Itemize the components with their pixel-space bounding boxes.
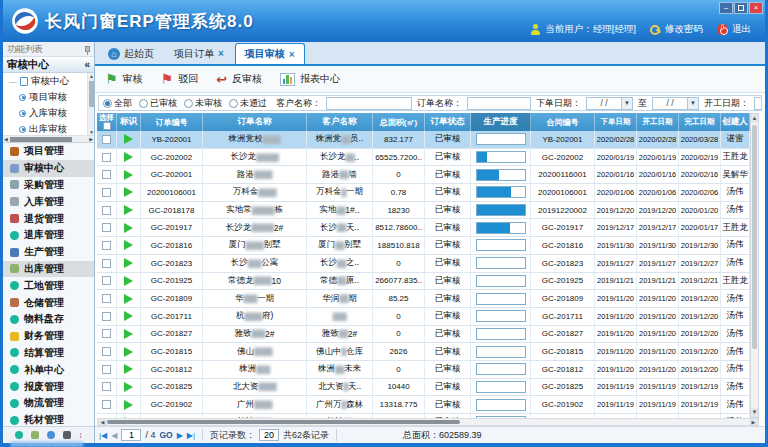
logout-button[interactable]: 退出 (717, 23, 751, 36)
chevron-down-icon[interactable]: ▼ (621, 98, 632, 109)
book-icon[interactable] (63, 431, 71, 439)
collapse-icon[interactable]: « (84, 59, 90, 70)
tree-item[interactable]: 项目审核 (3, 89, 94, 105)
column-header[interactable]: 客户名称 (307, 113, 373, 131)
tab[interactable]: 项目审核 × (235, 43, 305, 64)
radio-icon[interactable] (229, 99, 238, 108)
table-row[interactable]: GC-201816 厦门████别墅 厦门██别墅 188510.818 已审核… (97, 237, 759, 255)
sidebar-item[interactable]: 采购管理 (3, 177, 94, 194)
table-row[interactable]: 20200106001 万科金████ 万科金█一期 0.78 已审核 2020… (97, 184, 759, 202)
go-button[interactable]: GO (159, 430, 172, 440)
table-row[interactable]: GC-201812 株洲███ 株洲██未来 0 已审核 GC-201812 2… (97, 361, 759, 379)
tree-hscroll-thumb[interactable] (10, 137, 72, 142)
table-row[interactable]: GC-201809 华███一期 华润██期 85.25 已审核 GC-2018… (97, 290, 759, 308)
table-row[interactable]: GC-2018178 实地常█████栋 实地██1#.. 18230 已审核 … (97, 202, 759, 220)
row-checkbox[interactable] (102, 294, 111, 303)
logistics-icon[interactable] (47, 431, 55, 439)
tree-horizontal-scrollbar[interactable]: ◀ ▶ (3, 135, 94, 142)
scroll-up-icon[interactable]: ▲ (89, 73, 94, 80)
row-checkbox[interactable] (102, 312, 111, 321)
radio-icon[interactable] (139, 99, 148, 108)
sidebar-item[interactable]: 生产管理 (3, 244, 94, 261)
audit-icon[interactable] (15, 431, 23, 439)
column-header[interactable]: 生产进度 (471, 113, 531, 131)
row-checkbox[interactable] (102, 223, 111, 232)
order-date-from-input[interactable]: / / ▼ (586, 97, 633, 110)
sidebar-item[interactable]: 结算管理 (3, 345, 94, 362)
column-header[interactable]: 总面积(㎡) (373, 113, 425, 131)
row-checkbox[interactable] (102, 259, 111, 268)
order-name-input[interactable] (467, 97, 531, 110)
close-button[interactable]: × (749, 2, 763, 14)
column-header[interactable]: 创建人 (721, 113, 750, 131)
column-header[interactable]: 选择 (97, 113, 117, 131)
row-checkbox[interactable] (102, 135, 111, 144)
radio-icon[interactable] (103, 99, 112, 108)
sidebar-item[interactable]: 项目管理 (3, 143, 94, 160)
table-row[interactable]: GC-201825 北大资████ 北大资█天.. 10440 已审核 GC-2… (97, 379, 759, 397)
status-radio[interactable]: 全部 (103, 97, 136, 110)
page-size-input[interactable] (259, 429, 279, 441)
row-checkbox[interactable] (102, 153, 111, 162)
row-checkbox[interactable] (102, 170, 111, 179)
row-checkbox[interactable] (102, 382, 111, 391)
scroll-left-icon[interactable]: ◀ (98, 419, 107, 425)
row-checkbox[interactable] (102, 347, 111, 356)
table-row[interactable]: GC-201917 长沙龙█████2# 长沙██天.. 8512.78600.… (97, 219, 759, 237)
sidebar-item[interactable]: 审核中心 (3, 160, 94, 177)
sidebar-item[interactable]: 仓储管理 (3, 294, 94, 311)
grid-vscroll-thumb[interactable] (752, 125, 757, 349)
grid-horizontal-scrollbar[interactable]: ◀ ▶ (97, 418, 759, 426)
tree-expander-icon[interactable]: — (9, 77, 17, 86)
table-row[interactable]: GC-201902 广州████ 广州万█森林 13318.775 已审核 GC… (97, 396, 759, 414)
table-row[interactable]: GC-202002 长沙龙█████ 长沙龙██.. 65525.7200.. … (97, 149, 759, 167)
page-number-input[interactable] (121, 429, 141, 441)
start-date-input[interactable]: / / ▼ (754, 97, 762, 110)
minimize-button[interactable]: – (719, 2, 733, 14)
sidebar-item[interactable]: 报废管理 (3, 378, 94, 395)
sidebar-item[interactable]: 物料盘存 (3, 311, 94, 328)
scroll-left-icon[interactable]: ◀ (4, 136, 8, 143)
select-all-checkbox[interactable] (103, 122, 111, 130)
scroll-right-icon[interactable]: ▶ (89, 136, 93, 143)
tab-close-icon[interactable]: × (218, 48, 224, 59)
row-checkbox[interactable] (102, 206, 111, 215)
table-row[interactable]: GC-201711 杭████府) ███ 0 已审核 GC-201711 20… (97, 308, 759, 326)
column-header[interactable]: 合同编号 (531, 113, 595, 131)
column-header[interactable]: 完工日期 (679, 113, 721, 131)
reject-button[interactable]: ⚑ 驳回 (161, 72, 199, 86)
column-header[interactable]: 下单日期 (595, 113, 637, 131)
tree-vertical-scrollbar[interactable]: ▲ ▼ (87, 73, 94, 136)
table-row[interactable]: GC-201925 常德龙████10 常德██原.. 266077.835..… (97, 273, 759, 291)
row-checkbox[interactable] (102, 276, 111, 285)
radio-icon[interactable] (184, 99, 193, 108)
table-row[interactable]: GC-201823 长沙███公寓 长沙██之.. 0 已审核 GC-20182… (97, 255, 759, 273)
scroll-up-icon[interactable]: ▲ (751, 114, 758, 123)
row-checkbox[interactable] (102, 365, 111, 374)
grid-hscroll-thumb[interactable] (107, 420, 460, 424)
sidebar-item[interactable]: 补单中心 (3, 361, 94, 378)
more-icon[interactable]: ⁞ (79, 431, 81, 440)
column-header[interactable]: 订单名称 (203, 113, 307, 131)
status-radio[interactable]: 未通过 (229, 97, 271, 110)
prev-page-button[interactable]: ◀ (111, 431, 117, 440)
status-radio[interactable]: 已审核 (139, 97, 181, 110)
scroll-right-icon[interactable]: ▶ (749, 419, 758, 425)
table-row[interactable]: GC-201815 佛山████ 佛山中█仓库 2626 已审核 GC-2018… (97, 343, 759, 361)
tree-scroll-thumb[interactable] (89, 81, 94, 107)
next-page-button[interactable]: ▶ (177, 431, 183, 440)
sidebar-item[interactable]: 工地管理 (3, 277, 94, 294)
row-checkbox[interactable] (102, 241, 111, 250)
row-checkbox[interactable] (102, 329, 111, 338)
column-header[interactable]: 订单编号 (141, 113, 203, 131)
table-row[interactable]: GC-201905 长沙████ 长沙██ 0 已审核 GC-201905 20… (97, 414, 759, 418)
grid-vertical-scrollbar[interactable]: ▲ ▼ (750, 113, 759, 418)
table-row[interactable]: GC-201827 雅致███2# 雅致██2# 0 已审核 GC-201827… (97, 326, 759, 344)
change-password-button[interactable]: 修改密码 (650, 23, 703, 36)
sidebar-item[interactable]: 入库管理 (3, 193, 94, 210)
column-header[interactable]: 标识 (117, 113, 141, 131)
cart-icon[interactable] (31, 431, 39, 439)
audit-button[interactable]: ⚑ 审核 (105, 72, 143, 86)
sidebar-item[interactable]: 物流管理 (3, 395, 94, 412)
report-center-button[interactable]: 报表中心 (280, 72, 340, 86)
